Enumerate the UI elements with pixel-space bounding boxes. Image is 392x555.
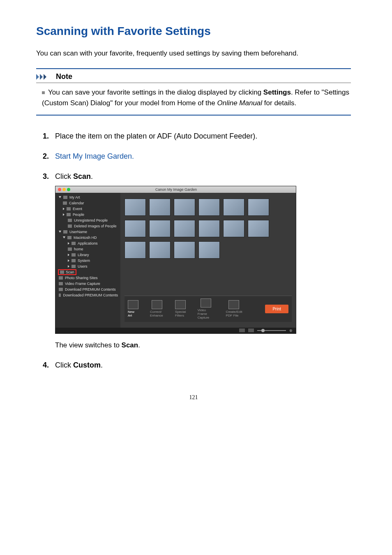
sidebar-item-scan[interactable]: Scan — [55, 269, 120, 275]
step-bold: Scan — [73, 172, 91, 180]
new-art-icon — [128, 300, 138, 309]
thumbnail[interactable] — [198, 199, 220, 216]
step-3: 3. Click Scan. Canon My Image Garden My — [43, 172, 351, 349]
sidebar-item-download-premium[interactable]: Download PREMIUM Contents — [55, 287, 120, 292]
sidebar-item-username[interactable]: UserName — [55, 229, 120, 235]
special-filters-icon — [175, 300, 186, 309]
sidebar-item-event[interactable]: Event — [55, 206, 120, 212]
step-number: 2. — [43, 152, 51, 161]
thumbnail[interactable] — [125, 199, 146, 216]
tool-new-art[interactable]: New Art — [128, 300, 138, 317]
sidebar-item-my-art[interactable]: My Art — [55, 194, 120, 200]
step-2: 2. Start My Image Garden. — [43, 152, 351, 161]
thumbnail[interactable] — [248, 199, 269, 216]
thumbnail[interactable] — [149, 220, 171, 237]
tool-video-frame-capture[interactable]: Video Frame Capture — [198, 298, 214, 319]
print-button[interactable]: Print — [265, 305, 288, 313]
note-heading: Note — [56, 72, 72, 81]
list-bullet-icon — [42, 91, 45, 94]
note-box: Note You can save your favorite settings… — [36, 68, 351, 116]
status-bar: ⊕ — [55, 328, 296, 333]
sidebar-item-users[interactable]: Users — [55, 264, 120, 269]
sidebar-item-deleted[interactable]: Deleted Images of People — [55, 223, 120, 229]
sidebar: My Art Calendar Event People Unregistere… — [55, 193, 120, 328]
step-pre: Click — [55, 172, 73, 180]
step-number: 3. — [43, 172, 51, 181]
thumbnail[interactable] — [149, 241, 171, 259]
step-pre: Click — [55, 361, 73, 369]
step-post: . — [91, 172, 93, 180]
tool-special-filters[interactable]: Special Filters — [175, 300, 186, 317]
video-frame-capture-icon — [201, 298, 211, 308]
thumbnail[interactable] — [223, 220, 244, 237]
page-title: Scanning with Favorite Settings — [36, 25, 351, 38]
step-number: 4. — [43, 361, 51, 370]
step-4: 4. Click Custom. — [43, 361, 351, 370]
step-post: . — [101, 361, 103, 369]
window-title: Canon My Image Garden — [72, 187, 280, 192]
intro-text: You can scan with your favorite, frequen… — [36, 49, 351, 58]
caption-bold: Scan — [122, 341, 138, 349]
start-my-image-garden-link[interactable]: Start My Image Garden. — [55, 152, 134, 160]
view-toggle-icon[interactable] — [239, 328, 245, 332]
sidebar-item-macintosh-hd[interactable]: Macintosh HD — [55, 235, 120, 240]
tool-create-edit-pdf[interactable]: Create/Edit PDF File — [226, 300, 242, 317]
sidebar-item-unregistered[interactable]: Unregistered People — [55, 217, 120, 223]
thumbnail[interactable] — [174, 199, 195, 216]
view-toggle-icon[interactable] — [248, 328, 254, 332]
page-number: 121 — [36, 394, 351, 401]
sidebar-item-people[interactable]: People — [55, 212, 120, 217]
thumbnail[interactable] — [248, 220, 269, 237]
create-edit-pdf-icon — [228, 300, 239, 309]
sidebar-item-video-frame[interactable]: Video Frame Capture — [55, 281, 120, 287]
sidebar-item-downloaded-premium[interactable]: Downloaded PREMIUM Contents — [55, 292, 120, 298]
zoom-slider[interactable] — [257, 330, 286, 331]
note-online-manual: Online Manual — [217, 99, 262, 107]
gallery: New Art Correct/ Enhance Special Filters — [120, 193, 296, 328]
note-settings-word: Settings — [263, 88, 291, 96]
thumbnail[interactable] — [198, 220, 220, 237]
step-text: Place the item on the platen or ADF (Aut… — [55, 132, 257, 141]
zoom-plus-icon[interactable]: ⊕ — [289, 328, 293, 333]
thumbnail[interactable] — [174, 220, 195, 237]
step-bold: Custom — [73, 361, 101, 369]
note-body: You can save your favorite settings in t… — [36, 87, 351, 109]
note-text-post: for details. — [262, 99, 296, 107]
sidebar-item-library[interactable]: Library — [55, 252, 120, 258]
caption-pre: The view switches to — [55, 341, 122, 349]
sidebar-item-applications[interactable]: Applications — [55, 240, 120, 246]
tool-correct-enhance[interactable]: Correct/ Enhance — [150, 300, 164, 317]
sidebar-item-home[interactable]: home — [55, 246, 120, 252]
traffic-lights-icon — [58, 188, 70, 191]
app-titlebar: Canon My Image Garden — [55, 186, 296, 193]
correct-enhance-icon — [152, 300, 162, 309]
app-screenshot: Canon My Image Garden My Art Calendar Ev… — [55, 186, 296, 334]
step-number: 1. — [43, 132, 51, 141]
thumbnail[interactable] — [198, 241, 220, 259]
thumbnail[interactable] — [149, 199, 171, 216]
caption-post: . — [138, 341, 140, 349]
app-toolbar: New Art Correct/ Enhance Special Filters — [125, 296, 292, 322]
step-1: 1. Place the item on the platen or ADF (… — [43, 132, 351, 141]
thumbnail[interactable] — [223, 199, 244, 216]
sidebar-item-calendar[interactable]: Calendar — [55, 200, 120, 206]
sidebar-item-system[interactable]: System — [55, 258, 120, 264]
thumbnail[interactable] — [125, 241, 146, 259]
thumbnail[interactable] — [174, 241, 195, 259]
thumbnail[interactable] — [125, 220, 146, 237]
note-chevrons-icon — [36, 74, 53, 80]
sidebar-item-photo-sharing[interactable]: Photo Sharing Sites — [55, 275, 120, 281]
note-text-pre: You can save your favorite settings in t… — [48, 88, 263, 96]
